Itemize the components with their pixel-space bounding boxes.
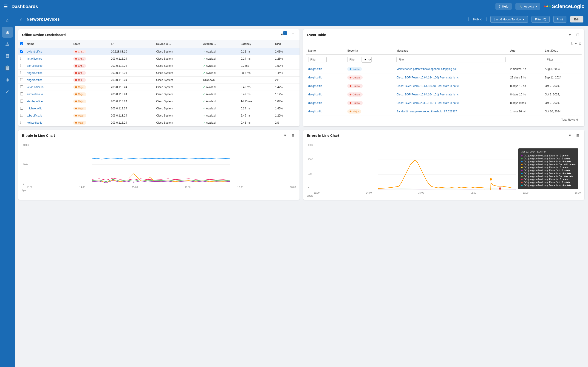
row-checkbox[interactable] — [20, 92, 23, 95]
ev-name-link[interactable]: dwight.offic — [308, 110, 322, 113]
hamburger-icon[interactable]: ☰ — [4, 4, 8, 9]
row-checkbox[interactable] — [20, 107, 23, 110]
grid-icon-bitrate[interactable]: ⊞ — [290, 133, 296, 138]
settings-icon[interactable]: ⚙ — [579, 42, 582, 45]
sidebar-item-more[interactable]: ··· — [2, 354, 13, 365]
ev-age: 8 days 10 ho — [508, 82, 543, 90]
print-button[interactable]: Print — [553, 16, 566, 23]
ev-message-link[interactable]: Cisco: BGP Peers (10.84.164.101) Peer st… — [397, 93, 459, 96]
row-checkbox[interactable] — [20, 71, 23, 74]
device-link[interactable]: kevin.office.lo — [27, 85, 44, 89]
device-ip: 203.0.113.24 — [109, 55, 154, 62]
ev-name-link[interactable]: dwight.offic — [308, 67, 322, 71]
tooltip-label: Gi1 (dwight.office.local): Errors In: — [524, 154, 558, 157]
ev-message-link[interactable]: Cisco: BGP Peers (203.0.114.1) Peer stat… — [397, 101, 459, 105]
device-link[interactable]: toby.office.lo — [27, 114, 42, 117]
tooltip-row: Gi3 (dwight.office.local): Errors Out: 0… — [521, 181, 576, 184]
sidebar: ⌂ ⊞ ⚠ 🖥 📋 ⊕ ✓ ··· — [0, 13, 15, 367]
grid-view-icon[interactable]: ⊞ — [290, 32, 296, 37]
ev-name: dwight.offic — [306, 90, 345, 99]
row-checkbox[interactable] — [20, 57, 23, 60]
sidebar-item-dashboard[interactable]: ⊞ — [2, 27, 13, 38]
event-row: dwight.offic Major Bandwidth usage excee… — [306, 107, 582, 116]
tooltip-label: Gi3 (dwight.office.local): Errors In: — [524, 178, 558, 181]
refresh-icon[interactable]: ↻ — [571, 42, 573, 45]
tooltip-row: Gi1 (dwight.office.local): Discards In: … — [521, 160, 576, 163]
device-state: Major — [71, 105, 109, 112]
select-all-checkbox[interactable] — [20, 42, 23, 45]
filter-severity-input[interactable] — [347, 57, 361, 62]
ev-severity: Critical — [345, 82, 394, 90]
filter-severity-select[interactable]: ▾ — [362, 57, 372, 63]
ev-name-link[interactable]: dwight.offic — [308, 93, 322, 96]
event-row: dwight.offic Critical Cisco: BGP Peers (… — [306, 73, 582, 82]
device-latency: 9.46 ms — [239, 84, 273, 91]
ev-message: Cisco: BGP Peers (10.64.184.100) Peer st… — [394, 73, 508, 82]
device-link[interactable]: andy.office.lo — [27, 93, 43, 96]
device-link[interactable]: kelly.office.lo — [27, 121, 43, 124]
event-row: dwight.offic Critical Cisco: BGP Peers (… — [306, 99, 582, 107]
help-button[interactable]: ? Help — [495, 3, 512, 10]
app-title: Dashboards — [11, 4, 492, 9]
ev-name-link[interactable]: dwight.offic — [308, 84, 322, 88]
favorite-star-icon[interactable]: ☆ — [19, 17, 23, 22]
ev-message-link[interactable]: Bandwidth usage exceeded threshold: 87.5… — [397, 110, 457, 113]
device-link[interactable]: angela.office — [27, 78, 43, 82]
device-link[interactable]: michael.offic — [27, 107, 42, 110]
ev-name-link[interactable]: dwight.offic — [308, 76, 322, 79]
errors-y-labels: 1500 1000 500 0 — [307, 144, 314, 190]
edit-button[interactable]: Edit — [570, 16, 583, 23]
filter-icon-event[interactable]: ▼ — [567, 32, 573, 37]
tooltip-row: Gi2 (dwight.office.local): Discards In: … — [521, 172, 576, 175]
ev-message-link[interactable]: Cisco: BGP Peers (10.64.184.100) Peer st… — [397, 76, 459, 79]
row-checkbox[interactable] — [20, 114, 23, 117]
ev-age: 1 hour 16 mi — [508, 107, 543, 116]
row-checkbox[interactable] — [20, 64, 23, 67]
ev-name-link[interactable]: dwight.offic — [308, 101, 322, 105]
sev-dot — [350, 68, 351, 70]
grid-icon-errors[interactable]: ⊞ — [575, 133, 581, 138]
row-checkbox[interactable] — [20, 85, 23, 88]
device-link[interactable]: pam.office.lo — [27, 64, 43, 67]
device-link[interactable]: stanley.office — [27, 100, 43, 103]
tooltip-value: 0 octets — [560, 178, 569, 181]
filter-icon-wrap[interactable]: ▼ 1 — [280, 33, 288, 37]
sidebar-item-reports[interactable]: 📋 — [2, 62, 13, 73]
filter-button[interactable]: Filter (0) — [531, 16, 549, 23]
time-range-label: Last 6 Hours To Now — [494, 18, 521, 21]
device-class: Cisco System — [154, 91, 201, 98]
expand-icon[interactable]: ▾ — [575, 42, 577, 45]
filter-name-input[interactable] — [308, 57, 327, 62]
device-link[interactable]: jim.office.loc — [27, 57, 42, 60]
device-state: Major — [71, 84, 109, 91]
filter-message-input[interactable] — [397, 57, 506, 62]
ev-last-detected: Sep 11, 2024 — [543, 73, 582, 82]
sidebar-item-alerts[interactable]: ⚠ — [2, 39, 13, 50]
tooltip-dot — [521, 173, 523, 174]
ev-message-link[interactable]: Cisco: BGP Peers (10.64.184.9) Peer stat… — [397, 84, 459, 88]
event-table-header: Event Table ▼ ⊞ — [303, 29, 584, 40]
row-checkbox[interactable] — [20, 121, 23, 124]
device-state: Crit... — [71, 62, 109, 69]
tooltip-value: 0 octets — [562, 181, 570, 184]
ev-last-detected: Oct 2, 2024, — [543, 99, 582, 107]
filter-last-det-input[interactable] — [545, 57, 563, 62]
activity-button[interactable]: 🔧 Activity ▾ — [515, 3, 540, 10]
sidebar-item-tasks[interactable]: ✓ — [2, 86, 13, 97]
sciencelogic-logo: ScienceLogic — [544, 3, 584, 9]
row-checkbox[interactable] — [20, 100, 23, 102]
device-ip: 203.0.113.24 — [109, 77, 154, 84]
device-link[interactable]: dwight.office — [27, 50, 42, 53]
time-range-button[interactable]: Last 6 Hours To Now ▾ — [490, 16, 528, 23]
sidebar-item-devices[interactable]: 🖥 — [2, 50, 13, 61]
filter-icon-bitrate[interactable]: ▼ — [282, 133, 288, 138]
grid-view-icon-event[interactable]: ⊞ — [575, 32, 581, 37]
sidebar-item-groups[interactable]: ⊕ — [2, 74, 13, 85]
row-checkbox[interactable] — [20, 78, 23, 81]
device-link[interactable]: angela.office — [27, 71, 43, 75]
sev-dot — [350, 77, 351, 78]
row-checkbox[interactable] — [20, 50, 23, 53]
filter-icon-errors[interactable]: ▼ — [567, 133, 573, 138]
sidebar-item-home[interactable]: ⌂ — [2, 15, 13, 26]
ev-message-link[interactable]: Maintenance patch window opened. Stoppin… — [397, 67, 457, 71]
